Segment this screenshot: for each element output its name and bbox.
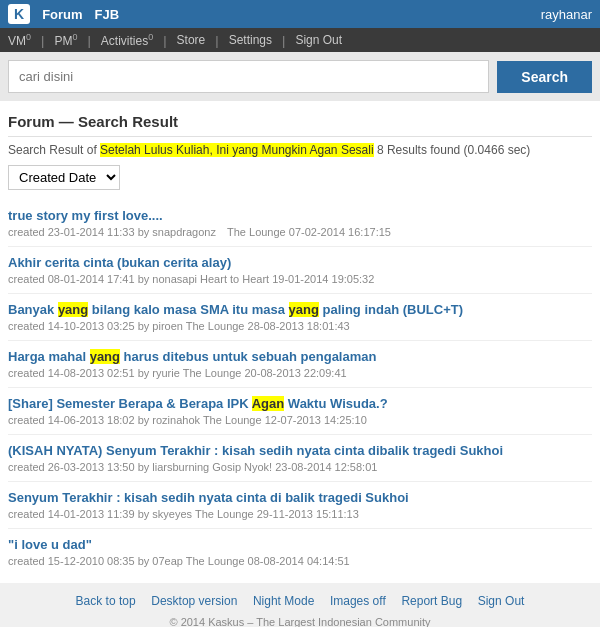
result-item: "i love u dad" created 15-12-2010 08:35 … — [8, 529, 592, 575]
result-date: 23-08-2014 12:58:01 — [275, 461, 377, 473]
result-title-link[interactable]: Banyak yang bilang kalo masa SMA itu mas… — [8, 302, 592, 317]
top-navbar: K Forum FJB rayhanar — [0, 0, 600, 28]
result-created: created 08-01-2014 17:41 by nonasapi — [8, 273, 197, 285]
nav-pm[interactable]: PM0 — [54, 32, 77, 48]
result-created: created 14-08-2013 02:51 by ryurie — [8, 367, 180, 379]
sort-dropdown[interactable]: Created Date — [8, 165, 120, 190]
footer-report-bug[interactable]: Report Bug — [401, 594, 462, 608]
search-result-prefix: Search Result of — [8, 143, 100, 157]
nav-forum[interactable]: Forum — [42, 7, 82, 22]
footer-night-mode[interactable]: Night Mode — [253, 594, 314, 608]
footer-back-to-top[interactable]: Back to top — [76, 594, 136, 608]
highlight-span: yang — [289, 302, 319, 317]
nav-vm[interactable]: VM0 — [8, 32, 31, 48]
highlight-span: yang — [90, 349, 120, 364]
result-created: created 14-01-2013 11:39 by skyeyes — [8, 508, 192, 520]
result-meta: created 26-03-2013 13:50 by liarsburning… — [8, 461, 592, 473]
result-date: 29-11-2013 15:11:13 — [257, 508, 359, 520]
result-title-link[interactable]: Akhir cerita cinta (bukan cerita alay) — [8, 255, 592, 270]
result-forum: The Lounge — [183, 367, 242, 379]
second-navbar: VM0 | PM0 | Activities0 | Store | Settin… — [0, 28, 600, 52]
result-meta: created 14-10-2013 03:25 by piroen The L… — [8, 320, 592, 332]
result-title-link[interactable]: "i love u dad" — [8, 537, 592, 552]
logo: K — [8, 4, 30, 24]
result-forum: The Lounge — [227, 226, 286, 238]
search-bar-container: Search — [0, 52, 600, 101]
nav-settings[interactable]: Settings — [229, 33, 272, 47]
sep1: | — [41, 33, 44, 48]
result-meta: created 14-06-2013 18:02 by rozinahok Th… — [8, 414, 592, 426]
result-created: created 26-03-2013 13:50 by liarsburning — [8, 461, 209, 473]
result-item: Akhir cerita cinta (bukan cerita alay) c… — [8, 247, 592, 294]
result-title-link[interactable]: (KISAH NYATA) Senyum Terakhir : kisah se… — [8, 443, 592, 458]
result-forum: The Lounge — [186, 555, 245, 567]
sep4: | — [215, 33, 218, 48]
result-date: 12-07-2013 14:25:10 — [265, 414, 367, 426]
result-created: created 15-12-2010 08:35 by 07eap — [8, 555, 183, 567]
highlight-span: Agan — [252, 396, 285, 411]
page-title: Forum — Search Result — [8, 109, 592, 137]
result-created: created 23-01-2014 11:33 by snapdragonz — [8, 226, 216, 238]
result-date: 28-08-2013 18:01:43 — [248, 320, 350, 332]
sep3: | — [163, 33, 166, 48]
search-button[interactable]: Search — [497, 61, 592, 93]
footer-copyright: © 2014 Kaskus – The Largest Indonesian C… — [0, 612, 600, 627]
result-date: 19-01-2014 19:05:32 — [272, 273, 374, 285]
result-date: 08-08-2014 04:14:51 — [248, 555, 350, 567]
result-forum: Gosip Nyok! — [212, 461, 272, 473]
result-forum: The Lounge — [186, 320, 245, 332]
result-meta: created 14-01-2013 11:39 by skyeyes The … — [8, 508, 592, 520]
nav-activities[interactable]: Activities0 — [101, 32, 153, 48]
result-title-link[interactable]: true story my first love.... — [8, 208, 592, 223]
result-created: created 14-06-2013 18:02 by rozinahok — [8, 414, 200, 426]
result-item: Banyak yang bilang kalo masa SMA itu mas… — [8, 294, 592, 341]
main-content: Forum — Search Result Search Result of S… — [0, 101, 600, 583]
result-item: [Share] Semester Berapa & Berapa IPK Aga… — [8, 388, 592, 435]
search-term-highlight: Setelah Lulus Kuliah, Ini yang Mungkin A… — [100, 143, 374, 157]
result-created: created 14-10-2013 03:25 by piroen — [8, 320, 183, 332]
nav-signout[interactable]: Sign Out — [295, 33, 342, 47]
result-title-link[interactable]: Harga mahal yang harus ditebus untuk seb… — [8, 349, 592, 364]
result-meta: created 15-12-2010 08:35 by 07eap The Lo… — [8, 555, 592, 567]
result-item: Harga mahal yang harus ditebus untuk seb… — [8, 341, 592, 388]
result-forum: The Lounge — [203, 414, 262, 426]
footer-sign-out[interactable]: Sign Out — [478, 594, 525, 608]
sep5: | — [282, 33, 285, 48]
result-date: 20-08-2013 22:09:41 — [244, 367, 346, 379]
footer-images-off[interactable]: Images off — [330, 594, 386, 608]
username: rayhanar — [541, 7, 592, 22]
footer-desktop-version[interactable]: Desktop version — [151, 594, 237, 608]
result-item: (KISAH NYATA) Senyum Terakhir : kisah se… — [8, 435, 592, 482]
result-meta: created 08-01-2014 17:41 by nonasapi Hea… — [8, 273, 592, 285]
result-forum: The Lounge — [195, 508, 254, 520]
result-title-link[interactable]: [Share] Semester Berapa & Berapa IPK Aga… — [8, 396, 592, 411]
result-date: 07-02-2014 16:17:15 — [289, 226, 391, 238]
search-result-suffix: 8 Results found (0.0466 sec) — [374, 143, 531, 157]
search-info: Search Result of Setelah Lulus Kuliah, I… — [8, 143, 592, 157]
result-meta: created 14-08-2013 02:51 by ryurie The L… — [8, 367, 592, 379]
result-forum: Heart to Heart — [200, 273, 269, 285]
sep2: | — [87, 33, 90, 48]
sort-select-container: Created Date — [8, 165, 592, 190]
nav-fjb[interactable]: FJB — [95, 7, 120, 22]
result-item: true story my first love.... created 23-… — [8, 200, 592, 247]
nav-store[interactable]: Store — [177, 33, 206, 47]
result-meta: created 23-01-2014 11:33 by snapdragonz … — [8, 226, 592, 238]
result-title-link[interactable]: Senyum Terakhir : kisah sedih nyata cint… — [8, 490, 592, 505]
footer-links: Back to top Desktop version Night Mode I… — [0, 583, 600, 612]
search-input[interactable] — [8, 60, 489, 93]
highlight-span: yang — [58, 302, 88, 317]
result-item: Senyum Terakhir : kisah sedih nyata cint… — [8, 482, 592, 529]
